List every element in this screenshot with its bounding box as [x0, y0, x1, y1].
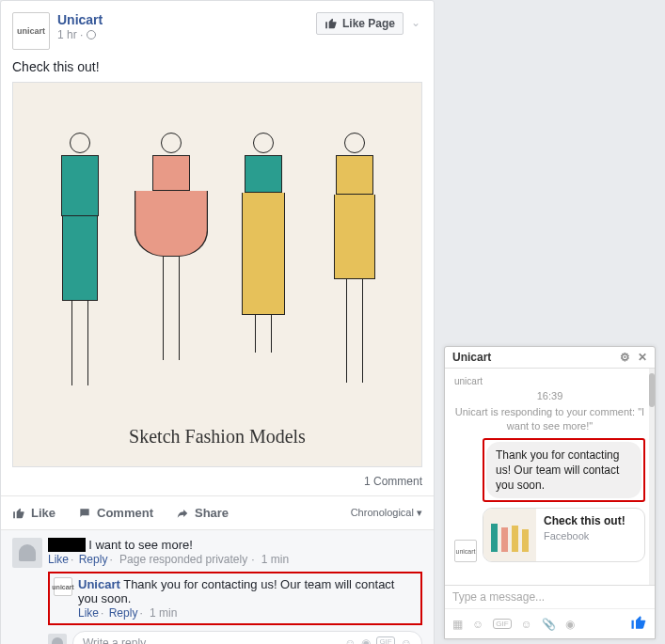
- chat-bubble: Thank you for contacting us! Our team wi…: [486, 442, 641, 499]
- emoji-icon[interactable]: ☺: [521, 618, 532, 631]
- thumb-up-icon[interactable]: [630, 614, 647, 634]
- link-card-title: Check this out!: [544, 514, 625, 527]
- comment-button[interactable]: Comment: [78, 506, 153, 520]
- commenter-avatar[interactable]: [12, 538, 42, 568]
- globe-icon: [87, 30, 96, 39]
- attachment-icon[interactable]: 📎: [542, 618, 556, 631]
- comment-like-link[interactable]: Like: [48, 553, 69, 566]
- comment-meta: Like· Reply· Page responded privately· 1…: [48, 553, 422, 566]
- messenger-chat-tab: Unicart ⚙ ✕ unicart 16:39 Unicart is res…: [444, 346, 656, 639]
- camera-icon[interactable]: ◉: [361, 636, 371, 644]
- post-menu-chevron-icon[interactable]: ⌄: [409, 12, 422, 33]
- reply-row: Write a reply... ☺ ◉ GIF ☺: [48, 631, 422, 644]
- emoji-icon[interactable]: ☺: [344, 636, 356, 644]
- sort-dropdown[interactable]: Chronological ▾: [351, 507, 422, 519]
- post-image[interactable]: Sketch Fashion Models: [12, 82, 422, 467]
- like-page-button[interactable]: Like Page: [316, 12, 404, 35]
- facebook-post: unicart Unicart 1 hr · Like Page ⌄ Check…: [0, 0, 435, 644]
- chat-toolbar: ▦ ☺ GIF ☺ 📎 ◉: [445, 608, 655, 638]
- self-avatar[interactable]: [48, 634, 67, 644]
- chat-title: Unicart: [452, 351, 491, 364]
- comment-icon: [78, 507, 91, 520]
- link-card-sub: Facebook: [544, 529, 625, 542]
- fashion-illustration: [34, 133, 402, 416]
- comment-time[interactable]: 1 min: [150, 606, 177, 620]
- post-header: unicart Unicart 1 hr · Like Page ⌄: [12, 12, 422, 50]
- page-name-link[interactable]: Unicart: [57, 12, 316, 27]
- scrollbar[interactable]: [649, 369, 655, 585]
- chat-timestamp: 16:39: [454, 390, 645, 401]
- reply-placeholder: Write a reply...: [83, 636, 154, 644]
- page-reply-avatar[interactable]: unicart: [54, 577, 72, 596]
- page-reply-name[interactable]: Unicart: [78, 577, 120, 591]
- sticker-icon[interactable]: ☺: [401, 636, 412, 644]
- share-icon: [176, 507, 189, 520]
- gif-icon[interactable]: GIF: [493, 619, 511, 629]
- reply-input[interactable]: Write a reply... ☺ ◉ GIF ☺: [72, 631, 422, 644]
- comment-count[interactable]: 1 Comment: [1, 467, 434, 496]
- post-text: Check this out!: [12, 59, 422, 74]
- chat-input[interactable]: Type a message...: [445, 585, 655, 608]
- comments-section: . I want to see more! Like· Reply· Page …: [1, 530, 434, 644]
- close-icon[interactable]: ✕: [638, 351, 647, 364]
- chat-link-card[interactable]: Check this out! Facebook: [483, 508, 645, 562]
- highlighted-chat-bubble: Thank you for contacting us! Our team wi…: [483, 438, 645, 503]
- gif-icon[interactable]: GIF: [376, 636, 394, 644]
- chat-body: unicart 16:39 Unicart is responding to y…: [445, 369, 655, 585]
- comment-text: I want to see more!: [88, 538, 193, 552]
- chat-page-avatar[interactable]: unicart: [454, 540, 477, 562]
- thumb-up-icon: [12, 507, 25, 520]
- sticker-icon[interactable]: ☺: [472, 618, 483, 631]
- chat-page-logo: unicart: [454, 376, 645, 386]
- comment-reply-link[interactable]: Reply: [79, 553, 108, 566]
- thumb-up-icon: [325, 17, 338, 30]
- gear-icon[interactable]: ⚙: [620, 351, 630, 364]
- comment-time[interactable]: 1 min: [261, 553, 289, 566]
- page-avatar[interactable]: unicart: [12, 12, 50, 50]
- comment-like-link[interactable]: Like: [78, 606, 99, 620]
- commenter-name-redacted: .: [48, 538, 86, 552]
- page-reply-text: Thank you for contacting us! Our team wi…: [78, 577, 395, 605]
- comment-row: . I want to see more! Like· Reply· Page …: [12, 538, 422, 568]
- chat-header[interactable]: Unicart ⚙ ✕: [445, 347, 655, 369]
- post-actions-bar: Like Comment Share Chronological ▾: [1, 496, 434, 530]
- post-timestamp[interactable]: 1 hr ·: [57, 28, 316, 41]
- comment-reply-link[interactable]: Reply: [109, 606, 138, 620]
- highlighted-reply-box: unicart Unicart Thank you for contacting…: [48, 572, 422, 625]
- image-caption: Sketch Fashion Models: [129, 426, 306, 448]
- link-card-thumb: [483, 509, 536, 561]
- chat-status-text: Unicart is responding to your comment: "…: [454, 405, 645, 434]
- photo-icon[interactable]: ▦: [452, 618, 463, 631]
- comment-extra: Page responded privately: [119, 553, 247, 566]
- like-button[interactable]: Like: [12, 506, 55, 520]
- camera-icon[interactable]: ◉: [565, 618, 575, 631]
- share-button[interactable]: Share: [176, 506, 229, 520]
